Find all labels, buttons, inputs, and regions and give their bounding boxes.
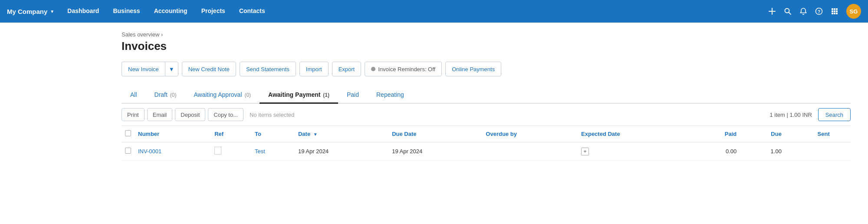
attachment-icon [214,147,221,155]
col-ref-label: Ref [214,131,224,137]
col-date[interactable]: Date ▼ [295,126,388,142]
col-due-date: Due Date [388,126,482,142]
tab-awaiting-payment-label: Awaiting Payment [268,91,320,98]
top-navigation: My Company ▼ Dashboard Business Accounti… [0,0,868,23]
col-paid: Paid [693,126,740,142]
row-paid-cell: 0.00 [693,142,740,161]
svg-rect-14 [836,13,838,14]
row-date-cell: 19 Apr 2024 [295,142,388,161]
bell-icon[interactable] [799,7,807,15]
col-overdue-by-label: Overdue by [486,131,517,137]
col-number-label: Number [138,131,159,137]
invoice-tabs: All Draft (0) Awaiting Approval (0) Awai… [122,87,851,104]
tab-repeating[interactable]: Repeating [368,87,413,104]
row-number-cell: INV-0001 [135,142,211,161]
apps-icon[interactable] [831,7,838,15]
table-row: INV-0001 Test 19 Apr 2024 19 Apr 2024 + … [122,142,851,161]
svg-text:?: ? [818,10,820,14]
tab-draft[interactable]: Draft (0) [146,87,185,104]
col-date-label: Date [298,131,310,137]
nav-business[interactable]: Business [106,0,147,23]
new-invoice-group: New Invoice ▼ [122,62,178,76]
copy-to-button[interactable]: Copy to... [208,108,243,121]
online-payments-button[interactable]: Online Payments [445,62,501,76]
row-due-cell: 1.00 [740,142,785,161]
select-all-checkbox[interactable] [125,130,131,136]
col-overdue-by: Overdue by [482,126,578,142]
col-due-date-label: Due Date [392,131,416,137]
date-sort-icon: ▼ [313,132,318,137]
export-button[interactable]: Export [332,62,362,76]
invoice-number-link[interactable]: INV-0001 [138,148,161,155]
col-expected-date-label: Expected Date [581,131,620,137]
add-expected-date-button[interactable]: + [581,148,589,155]
col-sent: Sent [785,126,833,142]
nav-dashboard[interactable]: Dashboard [60,0,106,23]
row-checkbox-cell[interactable] [122,142,135,161]
tab-all[interactable]: All [122,87,146,104]
row-options-cell [833,142,851,161]
col-actions [833,126,851,142]
new-invoice-dropdown-button[interactable]: ▼ [165,62,178,76]
print-button[interactable]: Print [122,108,145,121]
nav-projects[interactable]: Projects [194,0,232,23]
row-checkbox[interactable] [125,148,131,154]
brand-chevron: ▼ [50,9,54,14]
tab-draft-label: Draft [155,91,168,98]
col-ref: Ref [211,126,251,142]
breadcrumb-separator: › [161,31,163,38]
row-expected-date-cell[interactable]: + [578,142,693,161]
email-button[interactable]: Email [147,108,173,121]
import-button[interactable]: Import [299,62,329,76]
action-toolbar: New Invoice ▼ New Credit Note Send State… [122,62,851,76]
tab-awaiting-approval-count: (0) [244,92,251,98]
col-sent-label: Sent [818,131,830,137]
svg-rect-7 [834,8,835,10]
table-toolbar: Print Email Deposit Copy to... No items … [122,104,851,126]
brand-logo[interactable]: My Company ▼ [7,8,60,15]
nav-accounting[interactable]: Accounting [147,0,194,23]
send-statements-button[interactable]: Send Statements [240,62,296,76]
tab-awaiting-approval-label: Awaiting Approval [194,91,242,98]
tab-paid-label: Paid [347,91,359,98]
svg-rect-6 [832,8,833,10]
page-content: Sales overview › Invoices New Invoice ▼ … [0,23,868,224]
svg-rect-11 [836,10,838,12]
col-number[interactable]: Number [135,126,211,142]
svg-rect-12 [832,13,833,14]
row-to-cell: Test [251,142,295,161]
row-due-date-cell: 19 Apr 2024 [388,142,482,161]
row-ref-cell [211,142,251,161]
tab-awaiting-payment[interactable]: Awaiting Payment (1) [260,87,338,104]
svg-rect-10 [834,10,835,12]
help-icon[interactable]: ? [815,7,823,15]
row-overdue-cell [482,142,578,161]
tab-repeating-label: Repeating [376,91,404,98]
deposit-button[interactable]: Deposit [175,108,205,121]
nav-links: Dashboard Business Accounting Projects C… [60,0,768,23]
tab-paid[interactable]: Paid [338,87,368,104]
page-title: Invoices [122,40,851,53]
user-avatar[interactable]: SG [846,4,861,19]
new-invoice-button[interactable]: New Invoice [122,62,165,76]
col-due-label: Due [771,131,782,137]
tab-awaiting-payment-count: (1) [323,92,329,98]
search-button[interactable]: Search [818,108,851,121]
item-count-label: 1 item | 1.00 INR [769,112,812,118]
col-due: Due [740,126,785,142]
new-credit-note-button[interactable]: New Credit Note [182,62,236,76]
add-icon[interactable] [768,7,776,15]
tab-draft-count: (0) [170,92,177,98]
contact-link[interactable]: Test [255,148,265,155]
svg-rect-9 [832,10,833,12]
tab-awaiting-approval[interactable]: Awaiting Approval (0) [185,87,260,104]
invoice-reminders-button[interactable]: Invoice Reminders: Off [365,62,442,76]
nav-contacts[interactable]: Contacts [232,0,272,23]
nav-actions: ? SG [768,4,861,19]
reminder-dot-icon [371,67,375,71]
invoice-reminders-label: Invoice Reminders: Off [378,66,435,72]
select-all-header[interactable] [122,126,135,142]
search-icon[interactable] [784,7,792,15]
brand-name: My Company [7,8,47,15]
breadcrumb[interactable]: Sales overview › [122,31,851,38]
